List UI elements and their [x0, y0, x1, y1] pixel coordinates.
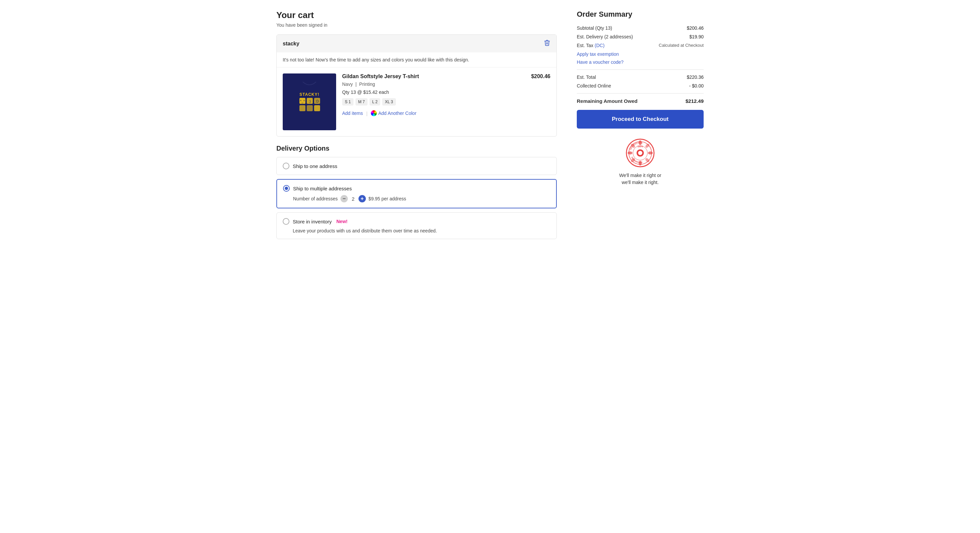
product-details: Gildan Softstyle Jersey T-shirt $200.46 …	[342, 73, 550, 116]
tax-dc: (DC)	[595, 43, 605, 48]
design-group: stacky It's not too late! Now's the time…	[276, 34, 557, 137]
delivery-store-label: Store in inventory	[293, 219, 332, 224]
delivery-option-multiple-addresses[interactable]: Ship to multiple addresses Number of add…	[276, 179, 557, 208]
size-badge-s: S 1	[342, 98, 353, 105]
size-badges: S 1 M 7 L 2 XL 3	[342, 98, 550, 105]
remaining-row: Remaining Amount Owed $212.49	[577, 98, 704, 104]
satisfaction-wrapper: 100% SATISFACTION GUARANTEED We'll make …	[577, 138, 704, 186]
delete-design-button[interactable]	[544, 40, 550, 48]
cart-subtitle: You have been signed in	[276, 22, 557, 28]
est-total-label: Est. Total	[577, 75, 596, 80]
delivery-value: $19.90	[689, 34, 704, 40]
size-badge-xl: XL 3	[382, 98, 396, 105]
svg-point-22	[638, 151, 643, 155]
cart-title: Your cart	[276, 10, 557, 21]
svg-point-15	[627, 152, 632, 155]
est-total-row: Est. Total $220.36	[577, 75, 704, 80]
svg-text:^_^: ^_^	[300, 99, 305, 103]
svg-rect-5	[307, 105, 313, 111]
delivery-label: Est. Delivery (2 addresses)	[577, 34, 633, 40]
checkout-button[interactable]: Proceed to Checkout	[577, 110, 704, 129]
product-image: STACKY! ^_^ :) :D	[283, 73, 336, 130]
new-badge: New!	[336, 219, 347, 224]
product-price: $200.46	[531, 73, 550, 80]
add-items-link[interactable]: Add items	[342, 110, 363, 116]
summary-divider-2	[577, 93, 704, 94]
radio-multiple-addresses[interactable]	[283, 185, 290, 192]
add-color-label[interactable]: Add Another Color	[378, 110, 416, 116]
svg-text::D: :D	[315, 99, 319, 103]
add-color-link[interactable]: Add Another Color	[371, 110, 416, 116]
qty-value: 2	[350, 196, 356, 202]
svg-rect-6	[314, 105, 320, 111]
number-of-addresses-label: Number of addresses	[293, 196, 338, 201]
svg-point-16	[648, 152, 652, 155]
delivery-multiple-sub: Number of addresses − 2 + $9.95 per addr…	[283, 195, 550, 203]
est-total-value: $220.36	[687, 75, 704, 80]
order-summary-title: Order Summary	[577, 10, 704, 19]
remaining-value: $212.49	[686, 98, 704, 104]
tax-label: Est. Tax (DC)	[577, 43, 605, 48]
design-note: It's not too late! Now's the time to add…	[277, 53, 557, 67]
product-name: Gildan Softstyle Jersey T-shirt	[342, 73, 419, 80]
main-content: Your cart You have been signed in stacky…	[276, 10, 557, 243]
summary-divider	[577, 69, 704, 70]
order-summary-sidebar: Order Summary Subtotal (Qty 13) $200.46 …	[577, 10, 704, 243]
product-qty: Qty 13 @ $15.42 each	[342, 89, 550, 95]
design-group-header: stacky	[277, 35, 557, 53]
radio-store-inventory[interactable]	[283, 218, 290, 225]
product-meta: Navy | Printing	[342, 81, 550, 87]
collected-online-label: Collected Online	[577, 83, 611, 88]
voucher-code-link[interactable]: Have a voucher code?	[577, 59, 704, 65]
product-method: Printing	[359, 81, 375, 87]
remaining-label: Remaining Amount Owed	[577, 98, 638, 104]
product-actions: Add items | Add Another Color	[342, 110, 550, 116]
satisfaction-text: We'll make it right orwe'll make it righ…	[619, 172, 661, 186]
store-inventory-sub: Leave your products with us and distribu…	[283, 228, 550, 233]
product-header: Gildan Softstyle Jersey T-shirt $200.46	[342, 73, 550, 80]
svg-rect-4	[299, 105, 305, 111]
svg-text::): :)	[309, 99, 311, 103]
delivery-title: Delivery Options	[276, 145, 557, 152]
action-separator: |	[366, 110, 368, 116]
size-badge-m: M 7	[355, 98, 368, 105]
delivery-option-one-address[interactable]: Ship to one address	[276, 157, 557, 175]
rainbow-icon	[371, 110, 377, 116]
svg-text:100%: 100%	[638, 145, 643, 148]
product-color: Navy	[342, 81, 353, 87]
product-item: STACKY! ^_^ :) :D Gil	[277, 67, 557, 136]
qty-control: − 2 +	[340, 195, 366, 203]
satisfaction-badge-icon: 100% SATISFACTION GUARANTEED	[625, 138, 655, 168]
price-per-address: $9.95 per address	[369, 196, 406, 201]
delivery-multiple-addresses-label: Ship to multiple addresses	[293, 186, 352, 191]
collected-online-value: - $0.00	[689, 83, 704, 88]
radio-one-address[interactable]	[283, 163, 290, 169]
svg-text:STACKY!: STACKY!	[299, 92, 319, 97]
subtotal-row: Subtotal (Qty 13) $200.46	[577, 26, 704, 31]
delivery-row: Est. Delivery (2 addresses) $19.90	[577, 34, 704, 40]
collected-online-row: Collected Online - $0.00	[577, 83, 704, 88]
apply-tax-exemption-link[interactable]: Apply tax exemption	[577, 51, 704, 57]
subtotal-label: Subtotal (Qty 13)	[577, 26, 612, 31]
qty-decrease-button[interactable]: −	[340, 195, 348, 203]
design-name: stacky	[283, 41, 299, 47]
qty-increase-button[interactable]: +	[358, 195, 366, 203]
tax-row: Est. Tax (DC) Calculated at Checkout	[577, 43, 704, 48]
tax-value: Calculated at Checkout	[659, 43, 704, 48]
size-badge-l: L 2	[369, 98, 380, 105]
radio-multiple-addresses-fill	[285, 187, 288, 190]
subtotal-value: $200.46	[687, 26, 704, 31]
delivery-one-address-label: Ship to one address	[293, 163, 337, 169]
delivery-option-store-inventory[interactable]: Store in inventory New! Leave your produ…	[276, 212, 557, 239]
